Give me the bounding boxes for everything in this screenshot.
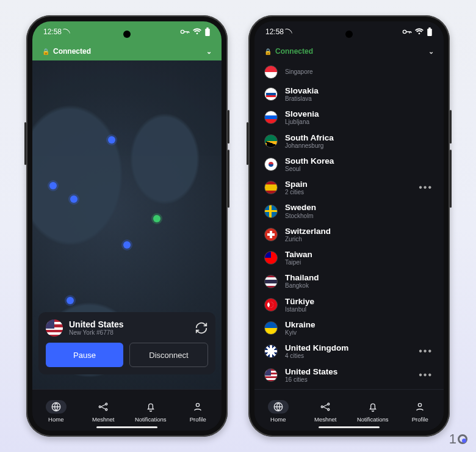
power-button[interactable] — [228, 110, 229, 144]
chevron-down-icon[interactable]: ⌄ — [206, 48, 212, 56]
country-sub: Taipei — [285, 259, 434, 266]
disconnect-button[interactable]: Disconnect — [129, 343, 208, 367]
app-arc-icon — [285, 27, 292, 35]
country-item[interactable]: South Korea Seoul — [264, 153, 434, 176]
home-indicator[interactable] — [319, 426, 380, 428]
flag-icon — [264, 251, 278, 264]
country-sub: 2 cities — [285, 189, 411, 195]
server-dot[interactable] — [70, 195, 78, 203]
nav-label: Home — [48, 416, 63, 423]
svg-rect-10 — [428, 27, 431, 29]
battery-icon — [427, 27, 433, 37]
nav-meshnet[interactable]: Meshnet — [80, 400, 128, 423]
watermark-logo-icon — [458, 434, 467, 444]
connection-status-text: Connected — [53, 47, 91, 56]
country-sub: Zurich — [285, 236, 434, 242]
svg-point-5 — [106, 403, 107, 405]
server-country: United States — [69, 319, 189, 329]
country-sub: Istanbul — [285, 306, 434, 313]
country-sub: Kyiv — [285, 329, 434, 336]
globe-icon — [268, 400, 289, 414]
pause-button[interactable]: Pause — [46, 343, 123, 367]
country-item[interactable]: United Kingdom 4 cities ••• — [264, 340, 434, 363]
country-item[interactable]: Türkiye Istanbul — [264, 293, 434, 316]
flag-icon — [264, 111, 278, 124]
server-detail: New York #6778 — [69, 329, 189, 337]
connection-status-bar[interactable]: 🔒Connected ⌄ — [32, 42, 222, 60]
nav-home[interactable]: Home — [254, 400, 302, 423]
nav-notifications[interactable]: Notifications — [127, 400, 175, 423]
flag-icon — [264, 368, 278, 382]
country-item[interactable]: Taiwan Taipei — [264, 246, 434, 269]
country-name: United States — [285, 367, 411, 376]
refresh-icon[interactable] — [195, 321, 208, 335]
side-button[interactable] — [24, 122, 26, 165]
flag-icon — [264, 65, 278, 79]
svg-point-7 — [197, 403, 200, 406]
server-dot[interactable] — [123, 241, 131, 249]
server-dot[interactable] — [108, 136, 115, 144]
volume-button[interactable] — [228, 150, 229, 208]
country-name: Slovakia — [285, 86, 434, 95]
flag-icon — [264, 298, 278, 312]
connection-status-text: Connected — [275, 47, 313, 56]
country-item[interactable]: Switzerland Zurich — [264, 223, 434, 246]
flag-icon — [264, 275, 278, 288]
country-item[interactable]: Singapore — [264, 62, 434, 82]
server-card: United States New York #6778 Pause Disco… — [38, 312, 215, 374]
country-item[interactable]: Vietnam Hanoi — [264, 387, 434, 389]
more-icon[interactable]: ••• — [419, 370, 434, 381]
volume-button[interactable] — [450, 150, 452, 208]
flag-icon — [264, 134, 278, 148]
nav-notifications[interactable]: Notifications — [349, 400, 397, 423]
country-item[interactable]: Ukraine Kyiv — [264, 316, 434, 340]
country-item[interactable]: Slovakia Bratislava — [264, 82, 434, 106]
country-sub: 4 cities — [285, 352, 411, 359]
country-item[interactable]: Slovenia Ljubljana — [264, 106, 434, 129]
country-sub: Stockholm — [285, 213, 434, 219]
country-sub: Bangkok — [285, 282, 434, 289]
country-sub: Bratislava — [285, 95, 434, 102]
country-name: Taiwan — [285, 250, 434, 259]
key-icon — [180, 29, 190, 35]
country-item[interactable]: Thailand Bangkok — [264, 269, 434, 293]
more-icon[interactable]: ••• — [419, 182, 434, 193]
clock: 12:58 — [43, 27, 62, 36]
country-item[interactable]: United States 16 cities ••• — [264, 363, 434, 387]
more-icon[interactable]: ••• — [419, 346, 434, 357]
country-item[interactable]: Spain 2 cities ••• — [264, 176, 434, 199]
chevron-down-icon[interactable]: ⌄ — [428, 48, 434, 56]
flag-icon — [264, 205, 278, 218]
side-button[interactable] — [247, 122, 248, 165]
connection-status-bar[interactable]: 🔒Connected ⌄ — [254, 42, 444, 60]
nav-home[interactable]: Home — [32, 400, 80, 423]
country-name: United Kingdom — [285, 343, 411, 352]
nav-profile[interactable]: Profile — [397, 400, 444, 423]
camera-hole — [123, 31, 131, 38]
flag-icon — [264, 228, 278, 241]
nav-label: Profile — [190, 416, 206, 423]
nav-label: Meshnet — [314, 416, 336, 423]
power-button[interactable] — [450, 110, 452, 144]
svg-point-4 — [99, 406, 101, 408]
nav-profile[interactable]: Profile — [175, 400, 222, 423]
mesh-icon — [93, 400, 114, 414]
home-indicator[interactable] — [96, 426, 157, 428]
flag-icon — [264, 158, 278, 171]
camera-hole — [345, 31, 353, 38]
country-list[interactable]: Singapore Slovakia Bratislava Slovenia L… — [254, 60, 444, 389]
country-sub: Singapore — [285, 68, 434, 75]
app-arc-icon — [63, 27, 70, 35]
country-name: Sweden — [285, 203, 434, 212]
country-name: Spain — [285, 180, 411, 189]
country-item[interactable]: Sweden Stockholm — [264, 199, 434, 222]
country-item[interactable]: South Africa Johannesburg — [264, 129, 434, 153]
battery-icon — [204, 27, 211, 37]
svg-point-14 — [328, 409, 330, 410]
country-name: Ukraine — [285, 320, 434, 329]
key-icon — [402, 29, 412, 35]
country-sub: Johannesburg — [285, 142, 434, 149]
server-dot[interactable] — [49, 182, 57, 189]
country-sub: 16 cities — [285, 376, 411, 383]
nav-meshnet[interactable]: Meshnet — [302, 400, 350, 423]
